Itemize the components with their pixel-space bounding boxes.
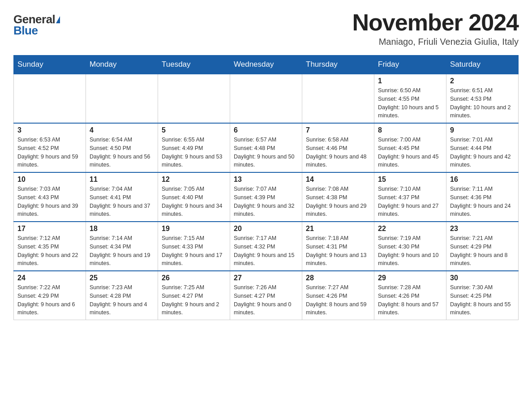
day-cell: 2Sunrise: 6:51 AM Sunset: 4:53 PM Daylig… bbox=[446, 74, 519, 123]
day-cell bbox=[302, 74, 374, 123]
day-info: Sunrise: 7:03 AM Sunset: 4:43 PM Dayligh… bbox=[17, 185, 82, 218]
day-info: Sunrise: 7:21 AM Sunset: 4:29 PM Dayligh… bbox=[450, 234, 515, 268]
logo: General Blue bbox=[13, 13, 60, 38]
day-cell: 3Sunrise: 6:53 AM Sunset: 4:52 PM Daylig… bbox=[14, 123, 86, 172]
day-cell: 24Sunrise: 7:22 AM Sunset: 4:29 PM Dayli… bbox=[14, 271, 86, 320]
week-row-3: 10Sunrise: 7:03 AM Sunset: 4:43 PM Dayli… bbox=[14, 172, 519, 222]
column-header-saturday: Saturday bbox=[446, 56, 519, 74]
day-number: 29 bbox=[378, 274, 442, 282]
day-number: 16 bbox=[450, 176, 515, 184]
day-cell: 16Sunrise: 7:11 AM Sunset: 4:36 PM Dayli… bbox=[446, 172, 519, 222]
day-info: Sunrise: 7:30 AM Sunset: 4:25 PM Dayligh… bbox=[450, 283, 515, 317]
day-info: Sunrise: 6:54 AM Sunset: 4:50 PM Dayligh… bbox=[90, 136, 154, 169]
day-number: 8 bbox=[378, 126, 442, 134]
day-cell: 8Sunrise: 7:00 AM Sunset: 4:45 PM Daylig… bbox=[374, 123, 446, 172]
day-cell: 7Sunrise: 6:58 AM Sunset: 4:46 PM Daylig… bbox=[302, 123, 374, 172]
day-number: 10 bbox=[17, 176, 82, 184]
day-cell: 19Sunrise: 7:15 AM Sunset: 4:33 PM Dayli… bbox=[158, 222, 230, 271]
day-cell bbox=[14, 74, 86, 123]
day-cell: 6Sunrise: 6:57 AM Sunset: 4:48 PM Daylig… bbox=[230, 123, 302, 172]
day-cell: 5Sunrise: 6:55 AM Sunset: 4:49 PM Daylig… bbox=[158, 123, 230, 172]
day-info: Sunrise: 7:28 AM Sunset: 4:26 PM Dayligh… bbox=[378, 283, 442, 317]
day-cell: 20Sunrise: 7:17 AM Sunset: 4:32 PM Dayli… bbox=[230, 222, 302, 271]
day-info: Sunrise: 7:12 AM Sunset: 4:35 PM Dayligh… bbox=[17, 234, 82, 268]
day-number: 14 bbox=[306, 176, 370, 184]
day-number: 23 bbox=[450, 225, 515, 233]
day-cell: 29Sunrise: 7:28 AM Sunset: 4:26 PM Dayli… bbox=[374, 271, 446, 320]
day-number: 28 bbox=[306, 274, 370, 282]
day-cell: 11Sunrise: 7:04 AM Sunset: 4:41 PM Dayli… bbox=[86, 172, 158, 222]
day-cell: 1Sunrise: 6:50 AM Sunset: 4:55 PM Daylig… bbox=[374, 74, 446, 123]
week-row-4: 17Sunrise: 7:12 AM Sunset: 4:35 PM Dayli… bbox=[14, 222, 519, 271]
day-number: 2 bbox=[450, 77, 515, 85]
day-cell bbox=[86, 74, 158, 123]
day-number: 15 bbox=[378, 176, 442, 184]
day-number: 11 bbox=[90, 176, 154, 184]
location-subtitle: Maniago, Friuli Venezia Giulia, Italy bbox=[352, 37, 519, 47]
day-cell: 22Sunrise: 7:19 AM Sunset: 4:30 PM Dayli… bbox=[374, 222, 446, 271]
column-header-wednesday: Wednesday bbox=[230, 56, 302, 74]
day-info: Sunrise: 7:11 AM Sunset: 4:36 PM Dayligh… bbox=[450, 185, 515, 218]
page-header: General Blue November 2024 Maniago, Friu… bbox=[13, 9, 519, 47]
day-info: Sunrise: 6:57 AM Sunset: 4:48 PM Dayligh… bbox=[234, 136, 298, 169]
day-number: 12 bbox=[162, 176, 226, 184]
day-info: Sunrise: 7:04 AM Sunset: 4:41 PM Dayligh… bbox=[90, 185, 154, 218]
calendar-body: 1Sunrise: 6:50 AM Sunset: 4:55 PM Daylig… bbox=[14, 74, 519, 320]
day-cell: 25Sunrise: 7:23 AM Sunset: 4:28 PM Dayli… bbox=[86, 271, 158, 320]
title-section: November 2024 Maniago, Friuli Venezia Gi… bbox=[352, 9, 519, 47]
day-info: Sunrise: 7:26 AM Sunset: 4:27 PM Dayligh… bbox=[234, 283, 298, 317]
week-row-5: 24Sunrise: 7:22 AM Sunset: 4:29 PM Dayli… bbox=[14, 271, 519, 320]
day-info: Sunrise: 7:25 AM Sunset: 4:27 PM Dayligh… bbox=[162, 283, 226, 317]
column-header-friday: Friday bbox=[374, 56, 446, 74]
day-cell: 21Sunrise: 7:18 AM Sunset: 4:31 PM Dayli… bbox=[302, 222, 374, 271]
day-cell: 26Sunrise: 7:25 AM Sunset: 4:27 PM Dayli… bbox=[158, 271, 230, 320]
day-cell: 18Sunrise: 7:14 AM Sunset: 4:34 PM Dayli… bbox=[86, 222, 158, 271]
logo-blue-text: Blue bbox=[13, 24, 38, 38]
day-info: Sunrise: 7:18 AM Sunset: 4:31 PM Dayligh… bbox=[306, 234, 370, 268]
day-info: Sunrise: 6:55 AM Sunset: 4:49 PM Dayligh… bbox=[162, 136, 226, 169]
day-number: 18 bbox=[90, 225, 154, 233]
column-header-tuesday: Tuesday bbox=[158, 56, 230, 74]
day-info: Sunrise: 7:23 AM Sunset: 4:28 PM Dayligh… bbox=[90, 283, 154, 317]
day-cell: 13Sunrise: 7:07 AM Sunset: 4:39 PM Dayli… bbox=[230, 172, 302, 222]
day-cell bbox=[158, 74, 230, 123]
day-number: 1 bbox=[378, 77, 442, 85]
day-number: 22 bbox=[378, 225, 442, 233]
column-header-monday: Monday bbox=[86, 56, 158, 74]
day-cell: 9Sunrise: 7:01 AM Sunset: 4:44 PM Daylig… bbox=[446, 123, 519, 172]
column-header-sunday: Sunday bbox=[14, 56, 86, 74]
day-cell: 12Sunrise: 7:05 AM Sunset: 4:40 PM Dayli… bbox=[158, 172, 230, 222]
day-info: Sunrise: 6:53 AM Sunset: 4:52 PM Dayligh… bbox=[17, 136, 82, 169]
day-info: Sunrise: 6:50 AM Sunset: 4:55 PM Dayligh… bbox=[378, 86, 442, 120]
day-cell: 4Sunrise: 6:54 AM Sunset: 4:50 PM Daylig… bbox=[86, 123, 158, 172]
day-cell: 17Sunrise: 7:12 AM Sunset: 4:35 PM Dayli… bbox=[14, 222, 86, 271]
day-cell: 10Sunrise: 7:03 AM Sunset: 4:43 PM Dayli… bbox=[14, 172, 86, 222]
day-info: Sunrise: 7:22 AM Sunset: 4:29 PM Dayligh… bbox=[17, 283, 82, 317]
month-title: November 2024 bbox=[352, 9, 519, 36]
day-number: 13 bbox=[234, 176, 298, 184]
day-number: 7 bbox=[306, 126, 370, 134]
day-cell bbox=[230, 74, 302, 123]
day-number: 27 bbox=[234, 274, 298, 282]
day-info: Sunrise: 7:05 AM Sunset: 4:40 PM Dayligh… bbox=[162, 185, 226, 218]
day-info: Sunrise: 6:51 AM Sunset: 4:53 PM Dayligh… bbox=[450, 86, 515, 120]
day-cell: 23Sunrise: 7:21 AM Sunset: 4:29 PM Dayli… bbox=[446, 222, 519, 271]
day-cell: 28Sunrise: 7:27 AM Sunset: 4:26 PM Dayli… bbox=[302, 271, 374, 320]
day-info: Sunrise: 7:00 AM Sunset: 4:45 PM Dayligh… bbox=[378, 136, 442, 169]
day-info: Sunrise: 7:14 AM Sunset: 4:34 PM Dayligh… bbox=[90, 234, 154, 268]
day-info: Sunrise: 7:07 AM Sunset: 4:39 PM Dayligh… bbox=[234, 185, 298, 218]
day-cell: 15Sunrise: 7:10 AM Sunset: 4:37 PM Dayli… bbox=[374, 172, 446, 222]
day-number: 9 bbox=[450, 126, 515, 134]
day-info: Sunrise: 7:01 AM Sunset: 4:44 PM Dayligh… bbox=[450, 136, 515, 169]
day-number: 20 bbox=[234, 225, 298, 233]
day-info: Sunrise: 7:27 AM Sunset: 4:26 PM Dayligh… bbox=[306, 283, 370, 317]
day-number: 17 bbox=[17, 225, 82, 233]
day-number: 5 bbox=[162, 126, 226, 134]
day-info: Sunrise: 7:15 AM Sunset: 4:33 PM Dayligh… bbox=[162, 234, 226, 268]
week-row-1: 1Sunrise: 6:50 AM Sunset: 4:55 PM Daylig… bbox=[14, 74, 519, 123]
day-cell: 14Sunrise: 7:08 AM Sunset: 4:38 PM Dayli… bbox=[302, 172, 374, 222]
day-number: 21 bbox=[306, 225, 370, 233]
day-number: 25 bbox=[90, 274, 154, 282]
day-info: Sunrise: 7:19 AM Sunset: 4:30 PM Dayligh… bbox=[378, 234, 442, 268]
day-info: Sunrise: 7:17 AM Sunset: 4:32 PM Dayligh… bbox=[234, 234, 298, 268]
